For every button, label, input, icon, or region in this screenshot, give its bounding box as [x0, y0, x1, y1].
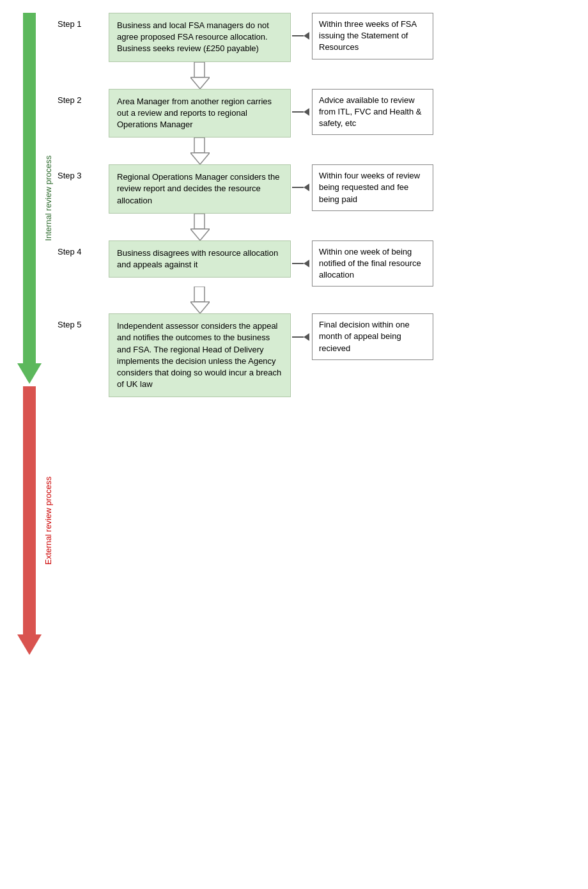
down-arrow-4-5 [190, 287, 210, 313]
svg-rect-0 [23, 13, 36, 363]
step5-note-box: Final decision within one month of appea… [312, 313, 433, 360]
svg-rect-8 [194, 214, 205, 229]
step3-box: Regional Operations Manager considers th… [109, 164, 291, 214]
step5-label: Step 5 [58, 313, 109, 329]
step1-arrow-connector [292, 32, 312, 40]
svg-marker-7 [190, 153, 210, 164]
connector-1-2 [58, 62, 575, 89]
external-label: External review process [43, 476, 53, 565]
external-review-section: External review process [17, 386, 53, 655]
step-row-1: Step 1 Business and local FSA managers d… [58, 13, 575, 62]
connector-3-4 [58, 214, 575, 240]
svg-rect-6 [194, 138, 205, 153]
step2-note-area: Advice available to review from ITL, FVC… [292, 89, 433, 136]
down-arrow-1-2 [190, 62, 210, 89]
step5-note-text: Final decision within one month of appea… [319, 320, 410, 352]
left-arrows-column: Internal review process External review … [13, 13, 58, 655]
step3-arrow-connector [292, 184, 312, 191]
step2-box: Area Manager from another region carries… [109, 89, 291, 138]
step2-label: Step 2 [58, 89, 109, 105]
step4-label: Step 4 [58, 240, 109, 256]
step3-note-area: Within four weeks of review being reques… [292, 164, 433, 211]
connector-2-3 [58, 138, 575, 164]
green-arrow [17, 13, 42, 384]
step3-note-text: Within four weeks of review being reques… [319, 171, 420, 203]
step5-box-text: Independent assessor considers the appea… [117, 321, 281, 389]
step1-note-box: Within three weeks of FSA issuing the St… [312, 13, 433, 59]
step4-arrow-connector [292, 260, 312, 267]
step2-arrow-connector [292, 108, 312, 116]
step3-box-text: Regional Operations Manager considers th… [117, 172, 279, 205]
step1-note-text: Within three weeks of FSA issuing the St… [319, 19, 416, 52]
svg-marker-1 [17, 363, 42, 384]
down-arrow-2-3 [190, 138, 210, 164]
step2-box-text: Area Manager from another region carries… [117, 97, 272, 129]
svg-rect-10 [194, 287, 205, 302]
step2-note-text: Advice available to review from ITL, FVC… [319, 95, 421, 128]
step3-note-box: Within four weeks of review being reques… [312, 164, 433, 211]
step5-arrow-connector [292, 333, 312, 341]
step5-box: Independent assessor considers the appea… [109, 313, 291, 397]
svg-rect-2 [23, 386, 36, 634]
step1-box: Business and local FSA managers do not a… [109, 13, 291, 62]
step1-box-text: Business and local FSA managers do not a… [117, 20, 269, 53]
step4-note-area: Within one week of being notified of the… [292, 240, 433, 287]
red-arrow [17, 386, 42, 655]
down-arrow-3-4 [190, 214, 210, 240]
step-row-4: Step 4 Business disagrees with resource … [58, 240, 575, 287]
step1-label: Step 1 [58, 13, 109, 29]
step5-note-area: Final decision within one month of appea… [292, 313, 433, 360]
step-row-5: Step 5 Independent assessor considers th… [58, 313, 575, 397]
step4-note-text: Within one week of being notified of the… [319, 247, 421, 279]
step4-note-box: Within one week of being notified of the… [312, 240, 433, 287]
connector-4-5 [58, 287, 575, 313]
step4-box: Business disagrees with resource allocat… [109, 240, 291, 278]
step-row-3: Step 3 Regional Operations Manager consi… [58, 164, 575, 214]
internal-label: Internal review process [43, 155, 53, 241]
step4-box-text: Business disagrees with resource allocat… [117, 248, 278, 269]
red-arrow-svg [17, 386, 42, 655]
svg-marker-3 [17, 634, 42, 655]
step-row-2: Step 2 Area Manager from another region … [58, 89, 575, 138]
green-arrow-svg [17, 13, 42, 384]
svg-marker-11 [190, 302, 210, 313]
steps-area: Step 1 Business and local FSA managers d… [58, 13, 575, 655]
step2-note-box: Advice available to review from ITL, FVC… [312, 89, 433, 136]
svg-marker-5 [190, 77, 210, 89]
step1-note-area: Within three weeks of FSA issuing the St… [292, 13, 433, 59]
svg-marker-9 [190, 229, 210, 240]
svg-rect-4 [194, 62, 205, 77]
internal-review-section: Internal review process [17, 13, 53, 384]
step3-label: Step 3 [58, 164, 109, 180]
